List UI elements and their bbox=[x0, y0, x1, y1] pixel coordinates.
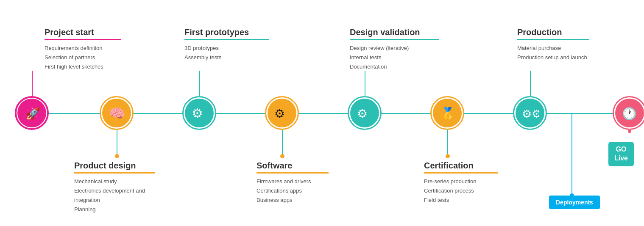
gears4-icon: ⚙⚙ bbox=[521, 104, 539, 122]
vline-certification bbox=[447, 130, 448, 155]
items-project-start: Requirements definitionSelection of part… bbox=[45, 44, 121, 72]
vline-software bbox=[282, 130, 283, 155]
vline-design-validation bbox=[365, 71, 365, 96]
dot-product-design bbox=[115, 154, 119, 158]
circle-inner-certification: 🥇 bbox=[433, 99, 462, 127]
svg-text:🚀: 🚀 bbox=[25, 107, 40, 121]
svg-text:⚙: ⚙ bbox=[192, 106, 203, 120]
gears3-icon: ⚙ bbox=[356, 104, 374, 122]
underline-product-design bbox=[74, 172, 155, 174]
circle-inner-software: ⚙ bbox=[268, 99, 296, 127]
label-production: Production Material purchaseProduction s… bbox=[517, 28, 589, 62]
label-product-design: Product design Mechanical studyElectroni… bbox=[74, 161, 155, 214]
items-first-prototypes: 3D prototypesAssembly tests bbox=[184, 44, 269, 62]
node-certification: 🥇 bbox=[430, 96, 464, 130]
node-project-start: 🚀 bbox=[15, 96, 49, 130]
circle-inner-project-start: 🚀 bbox=[17, 99, 46, 127]
dot-go-live bbox=[628, 130, 631, 133]
gears-icon: ⚙ bbox=[190, 104, 208, 122]
items-product-design: Mechanical studyElectronics development … bbox=[74, 177, 155, 214]
deployments-label: Deployments bbox=[556, 199, 593, 206]
medal-icon: 🥇 bbox=[438, 104, 456, 122]
dot-software bbox=[280, 154, 284, 158]
brain-gears-icon: 🧠 bbox=[108, 104, 125, 122]
svg-text:🧠: 🧠 bbox=[109, 106, 125, 121]
label-certification: Certification Pre-series productionCerti… bbox=[424, 161, 498, 205]
title-first-prototypes: First prototypes bbox=[184, 28, 269, 37]
items-design-validation: Design review (iterative)Internal testsD… bbox=[350, 44, 439, 72]
underline-certification bbox=[424, 172, 498, 174]
label-design-validation: Design validation Design review (iterati… bbox=[350, 28, 439, 72]
title-production: Production bbox=[517, 28, 589, 37]
title-project-start: Project start bbox=[45, 28, 121, 37]
gauge-icon: 🕐 bbox=[621, 104, 638, 122]
go-live-button[interactable]: GOLive bbox=[608, 142, 634, 166]
circle-inner-design-validation: ⚙ bbox=[350, 99, 379, 127]
vline-first-prototypes bbox=[199, 71, 200, 96]
items-certification: Pre-series productionCertification proce… bbox=[424, 177, 498, 205]
title-design-validation: Design validation bbox=[350, 28, 439, 37]
node-product-design: 🧠 bbox=[100, 96, 134, 130]
svg-text:🥇: 🥇 bbox=[440, 107, 455, 121]
title-certification: Certification bbox=[424, 161, 498, 171]
node-software: ⚙ bbox=[265, 96, 299, 130]
svg-text:⚙: ⚙ bbox=[357, 107, 368, 120]
underline-first-prototypes bbox=[184, 39, 269, 40]
svg-text:⚙⚙: ⚙⚙ bbox=[522, 107, 539, 120]
dot-certification bbox=[446, 154, 450, 158]
node-production: ⚙⚙ bbox=[513, 96, 547, 130]
svg-text:⚙: ⚙ bbox=[274, 107, 285, 120]
circle-inner-first-prototypes: ⚙ bbox=[185, 99, 214, 127]
underline-production bbox=[517, 39, 589, 40]
underline-software bbox=[256, 172, 329, 174]
vline-project-start bbox=[32, 71, 33, 96]
circle-inner-production: ⚙⚙ bbox=[516, 99, 544, 127]
node-design-validation: ⚙ bbox=[348, 96, 382, 130]
svg-text:🕐: 🕐 bbox=[622, 107, 637, 121]
label-first-prototypes: First prototypes 3D prototypesAssembly t… bbox=[184, 28, 269, 62]
title-software: Software bbox=[256, 161, 329, 171]
circle-inner-go-live: 🕐 bbox=[615, 99, 644, 127]
rocket-icon: 🚀 bbox=[24, 105, 40, 121]
vline-product-design bbox=[117, 130, 117, 155]
node-first-prototypes: ⚙ bbox=[182, 96, 216, 130]
underline-project-start bbox=[45, 39, 121, 40]
deployments-vline bbox=[572, 113, 572, 196]
label-project-start: Project start Requirements definitionSel… bbox=[45, 28, 121, 72]
items-software: Firmwares and driversCertifications apps… bbox=[256, 177, 329, 205]
title-product-design: Product design bbox=[74, 161, 155, 171]
node-go-live: 🕐 bbox=[613, 96, 644, 130]
circle-inner-product-design: 🧠 bbox=[102, 99, 131, 127]
gears2-icon: ⚙ bbox=[273, 104, 291, 122]
go-live-label: GOLive bbox=[614, 146, 628, 162]
items-production: Material purchaseProduction setup and la… bbox=[517, 44, 589, 62]
underline-design-validation bbox=[350, 39, 439, 40]
deployments-button[interactable]: Deployments bbox=[549, 196, 600, 209]
timeline-container: 🚀 Project start Requirements definitionS… bbox=[0, 0, 644, 226]
vline-production bbox=[530, 71, 531, 96]
label-software: Software Firmwares and driversCertificat… bbox=[256, 161, 329, 205]
